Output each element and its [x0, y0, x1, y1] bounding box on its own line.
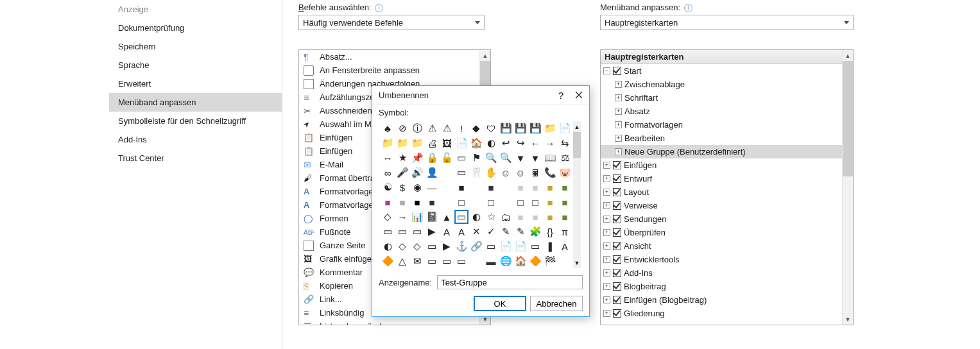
tree-group[interactable]: +Absatz: [601, 105, 842, 118]
symbol-cell[interactable]: ▶: [440, 239, 454, 253]
symbol-cell[interactable]: □: [454, 195, 469, 209]
symbol-cell[interactable]: ▲: [440, 210, 454, 224]
expand-icon[interactable]: +: [615, 94, 622, 101]
symbol-cell[interactable]: ◆: [469, 121, 483, 135]
tree-group[interactable]: +Formatvorlagen: [601, 118, 842, 132]
expand-icon[interactable]: +: [603, 269, 610, 277]
symbol-cell[interactable]: ■: [543, 195, 557, 209]
expand-icon[interactable]: +: [603, 243, 610, 250]
tree-tab[interactable]: +Ansicht: [601, 239, 842, 253]
symbol-cell[interactable]: ◐: [381, 239, 395, 253]
symbol-cell[interactable]: ■: [410, 195, 424, 209]
scroll-down-icon[interactable]: ▼: [573, 257, 581, 268]
symbol-cell[interactable]: ▬: [484, 254, 498, 268]
symbol-cell[interactable]: ■: [558, 180, 572, 194]
symbol-cell[interactable]: !: [454, 121, 469, 135]
symbol-cell[interactable]: ◇: [395, 239, 409, 253]
symbol-cell[interactable]: 📁: [410, 136, 424, 150]
symbol-cell[interactable]: 🛡: [484, 121, 498, 135]
symbol-cell[interactable]: ▭: [454, 151, 469, 165]
tree-tab[interactable]: +Einfügen: [601, 158, 842, 172]
symbol-cell[interactable]: ■: [513, 180, 528, 194]
symbol-cell[interactable]: □: [513, 195, 528, 209]
tree-tab[interactable]: +Einfügen (Blogbeitrag): [601, 293, 842, 307]
symbol-cell[interactable]: ↩: [499, 136, 513, 150]
symbol-cell[interactable]: →: [395, 210, 409, 224]
expand-icon[interactable]: +: [603, 256, 610, 263]
ribbon-tree[interactable]: Hauptregisterkarten − Start +Zwischenabl…: [600, 49, 854, 325]
sidebar-item-speichern[interactable]: Speichern: [109, 37, 282, 56]
sidebar-item-dokumentpruefung[interactable]: Dokumentprüfung: [109, 19, 282, 37]
command-row[interactable]: Absatz...: [299, 50, 479, 64]
expand-icon[interactable]: +: [603, 202, 610, 209]
symbol-cell[interactable]: ▭: [454, 254, 469, 268]
tree-tab[interactable]: +Entwicklertools: [601, 253, 842, 266]
checkbox[interactable]: [613, 282, 621, 291]
cancel-button[interactable]: Abbrechen: [530, 296, 583, 311]
symbol-cell[interactable]: 📓: [425, 210, 439, 224]
symbol-cell[interactable]: 📄: [499, 239, 513, 253]
symbol-cell[interactable]: ★: [395, 151, 409, 165]
sidebar-item-addins[interactable]: Add-Ins: [109, 130, 282, 149]
symbol-cell[interactable]: ✋: [484, 166, 498, 180]
symbol-cell[interactable]: ▼: [513, 151, 528, 165]
checkbox[interactable]: [613, 201, 621, 210]
symbol-cell[interactable]: ▭: [454, 210, 469, 224]
close-icon[interactable]: [575, 90, 583, 101]
ribbon-dropdown[interactable]: Hauptregisterkarten: [600, 15, 854, 30]
symbol-cell[interactable]: 💾: [499, 121, 513, 135]
symbol-cell[interactable]: ▭: [425, 239, 439, 253]
symbol-cell[interactable]: □: [484, 195, 498, 209]
symbol-cell[interactable]: ☺: [513, 166, 528, 180]
symbol-cell[interactable]: →: [543, 136, 557, 150]
symbol-cell[interactable]: 💾: [528, 121, 542, 135]
symbol-cell[interactable]: ▭: [425, 254, 439, 268]
symbol-cell[interactable]: 🧩: [528, 225, 542, 239]
tree-tab[interactable]: +Blogbeitrag: [601, 280, 842, 293]
collapse-icon[interactable]: −: [603, 67, 610, 74]
symbol-cell[interactable]: $: [395, 180, 409, 194]
symbol-cell[interactable]: ■: [440, 166, 454, 180]
symbol-cell[interactable]: ▬: [469, 254, 483, 268]
sidebar-item-symbolleiste[interactable]: Symbolleiste für den Schnellzugriff: [109, 112, 282, 130]
symbol-cell[interactable]: 🔶: [381, 254, 395, 268]
symbol-cell[interactable]: ⓘ: [410, 121, 424, 135]
symbol-cell[interactable]: 📄: [513, 239, 528, 253]
symbol-cell[interactable]: ▭: [454, 166, 469, 180]
symbol-cell[interactable]: 📁: [381, 136, 395, 150]
checkbox[interactable]: [613, 174, 621, 183]
symbol-cell[interactable]: A: [440, 225, 454, 239]
scroll-up-icon[interactable]: ▲: [843, 50, 853, 61]
symbol-cell[interactable]: 🔒: [425, 151, 439, 165]
checkbox[interactable]: [613, 188, 621, 196]
expand-icon[interactable]: +: [603, 310, 610, 317]
scroll-up-icon[interactable]: ▲: [480, 50, 490, 61]
symbol-cell[interactable]: 🏠: [513, 254, 528, 268]
symbol-cell[interactable]: ✎: [513, 225, 528, 239]
tree-group[interactable]: +Bearbeiten: [601, 132, 842, 145]
symbol-cell[interactable]: ⚑: [469, 151, 483, 165]
scroll-up-icon[interactable]: ▲: [573, 121, 581, 132]
checkbox[interactable]: [613, 228, 621, 237]
symbol-cell[interactable]: ↪: [513, 136, 528, 150]
symbol-cell[interactable]: 🔊: [410, 166, 424, 180]
expand-icon[interactable]: +: [615, 108, 622, 115]
symbol-cell[interactable]: ▶: [425, 225, 439, 239]
symbol-cell[interactable]: ■: [513, 210, 528, 224]
symbol-cell[interactable]: ←: [528, 136, 542, 150]
symbol-cell[interactable]: 🐷: [558, 166, 572, 180]
symbol-cell[interactable]: ☯: [381, 180, 395, 194]
symbol-cell[interactable]: 🔍: [484, 151, 498, 165]
sidebar-item-anzeige[interactable]: Anzeige: [109, 0, 282, 19]
sidebar-item-menueband-anpassen[interactable]: Menüband anpassen: [109, 93, 282, 112]
symbol-cell[interactable]: ☆: [484, 210, 498, 224]
expand-icon[interactable]: +: [603, 229, 610, 236]
symbol-cell[interactable]: ▭: [528, 239, 542, 253]
tree-tab[interactable]: +Add-Ins: [601, 266, 842, 280]
expand-icon[interactable]: +: [603, 189, 610, 196]
symbol-cell[interactable]: ✓: [484, 225, 498, 239]
help-icon[interactable]: ?: [558, 90, 563, 101]
scroll-thumb[interactable]: [573, 132, 581, 158]
symbol-cell[interactable]: ▭: [381, 225, 395, 239]
symbol-cell[interactable]: 🦷: [469, 166, 483, 180]
